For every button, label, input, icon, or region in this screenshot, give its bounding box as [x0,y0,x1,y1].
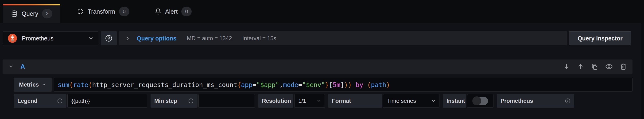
hide-eye-icon[interactable] [605,63,613,70]
tab-transform[interactable]: Transform 0 [68,0,138,23]
resolution-select[interactable]: 1/1 [294,94,325,108]
tab-query[interactable]: Query 2 [3,4,60,23]
code-token: )) [344,81,352,88]
instant-label: Instant [443,94,466,108]
delete-trash-icon[interactable] [620,63,627,70]
code-token: "$app" [256,81,279,88]
code-token: ( [88,81,92,88]
min-step-label: Min step [150,94,198,108]
database-icon [11,10,18,17]
query-inspector-button[interactable]: Query inspector [569,31,631,45]
instant-toggle[interactable] [467,94,494,108]
tab-query-label: Query [22,10,38,17]
code-token: sum [58,81,69,88]
toggle-track [472,97,488,105]
tab-transform-label: Transform [88,8,115,15]
query-inspector-label: Query inspector [578,35,623,42]
editor-tab-bar: Query 2 Transform 0 Alert 0 [0,0,644,23]
datasource-help-button[interactable] [101,31,117,45]
query-options-row: Legend Min step Resolution 1/1 Format Ti… [14,94,574,108]
promql-code-line: sum(rate(http_server_requests_duration_m… [58,81,390,88]
format-label-text: Format [332,98,351,104]
code-token: { [237,81,241,88]
duplicate-icon[interactable] [591,63,598,70]
query-options-bar[interactable]: Query options MD = auto = 1342 Interval … [119,31,567,45]
query-options-label: Query options [137,35,176,42]
code-token: ] [340,81,344,88]
bell-icon [155,8,161,15]
toggle-knob [472,96,481,105]
chevron-down-icon [431,98,436,103]
legend-label: Legend [14,94,66,108]
format-select[interactable]: Time series [383,94,440,108]
prometheus-flame-icon [7,33,18,44]
max-data-points-value: MD = auto = 1342 [187,35,232,42]
chevron-down-icon [88,36,94,41]
code-token: mode [283,81,298,88]
info-icon [57,98,63,104]
legend-label-text: Legend [18,98,37,104]
code-token: = [298,81,302,88]
min-step-label-text: Min step [154,98,177,104]
code-token: rate [73,81,88,88]
min-step-input[interactable] [198,94,255,108]
resolution-label: Resolution [258,94,293,108]
datasource-hint-text: Prometheus [500,98,533,104]
code-token: , [279,81,283,88]
tab-query-count-badge: 2 [42,9,52,18]
tab-alert[interactable]: Alert 0 [146,0,201,23]
query-mode-dropdown[interactable]: Metrics [14,78,52,92]
code-token: "$env" [302,81,325,88]
query-editor-panel: Query 2 Transform 0 Alert 0 Prometheus [0,0,644,119]
panel-right-gutter [641,23,644,119]
datasource-name: Prometheus [22,35,88,42]
transform-icon [77,8,84,15]
code-token: by [352,81,367,88]
code-token: } [325,81,329,88]
instant-label-text: Instant [446,98,465,104]
code-token: ) [386,81,390,88]
datasource-hint-label: Prometheus [497,94,574,108]
move-down-icon[interactable] [563,63,570,70]
format-value: Time series [387,98,416,104]
chevron-down-icon [316,98,321,103]
query-row-actions [563,63,627,70]
help-circle-icon [105,35,112,42]
info-icon [565,98,570,104]
datasource-picker[interactable]: Prometheus [3,31,98,45]
format-label: Format [328,94,382,108]
promql-expression-input[interactable]: sum(rate(http_server_requests_duration_m… [54,78,632,92]
query-row-header[interactable]: A [2,60,632,74]
code-token: 5m [333,81,340,88]
move-up-icon[interactable] [577,63,584,70]
code-token: app [241,81,252,88]
code-token: = [252,81,256,88]
tab-transform-count-badge: 0 [119,7,130,16]
code-token: ( [69,81,73,88]
legend-input[interactable] [68,94,147,108]
tab-alert-label: Alert [165,8,178,15]
code-token: path [371,81,386,88]
info-icon [188,98,194,104]
interval-value: Interval = 15s [242,35,276,42]
chevron-right-icon [125,36,130,41]
code-token: [ [329,81,332,88]
query-ref-id: A [20,63,25,70]
chevron-down-icon [42,82,46,87]
collapse-chevron-down-icon[interactable] [8,64,14,69]
tab-alert-count-badge: 0 [181,7,192,16]
resolution-label-text: Resolution [262,98,291,104]
query-mode-label: Metrics [19,81,39,88]
code-token: ( [367,81,371,88]
resolution-value: 1/1 [298,98,306,104]
code-token: http_server_requests_duration_ms_count [92,81,237,88]
